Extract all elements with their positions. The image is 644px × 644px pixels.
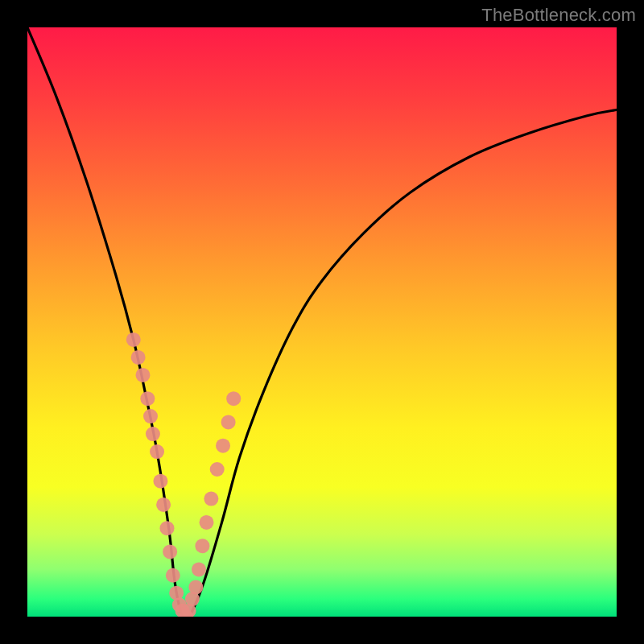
marker-dot xyxy=(159,521,174,535)
chart-frame: TheBottleneck.com xyxy=(0,0,644,644)
marker-dot xyxy=(226,391,241,406)
marker-dot xyxy=(210,462,225,477)
marker-dot xyxy=(195,539,209,553)
marker-dot xyxy=(204,492,218,506)
marker-dot xyxy=(126,332,141,347)
bottleneck-curve xyxy=(27,27,617,617)
marker-dot xyxy=(131,350,146,365)
marker-dot xyxy=(153,474,167,489)
watermark-text: TheBottleneck.com xyxy=(481,5,636,26)
marker-dot xyxy=(150,444,164,459)
marker-dot xyxy=(146,427,160,441)
marker-dot xyxy=(192,562,206,576)
marker-dot xyxy=(188,580,203,594)
marker-dot xyxy=(221,415,236,429)
plot-area xyxy=(27,27,617,617)
marker-group xyxy=(126,332,241,617)
marker-dot xyxy=(143,409,158,423)
chart-svg xyxy=(27,27,617,617)
marker-dot xyxy=(200,515,214,530)
marker-dot xyxy=(163,544,177,559)
marker-dot xyxy=(216,439,230,453)
marker-dot xyxy=(135,368,150,382)
marker-dot xyxy=(156,497,171,512)
marker-dot xyxy=(166,568,180,583)
marker-dot xyxy=(140,391,155,406)
